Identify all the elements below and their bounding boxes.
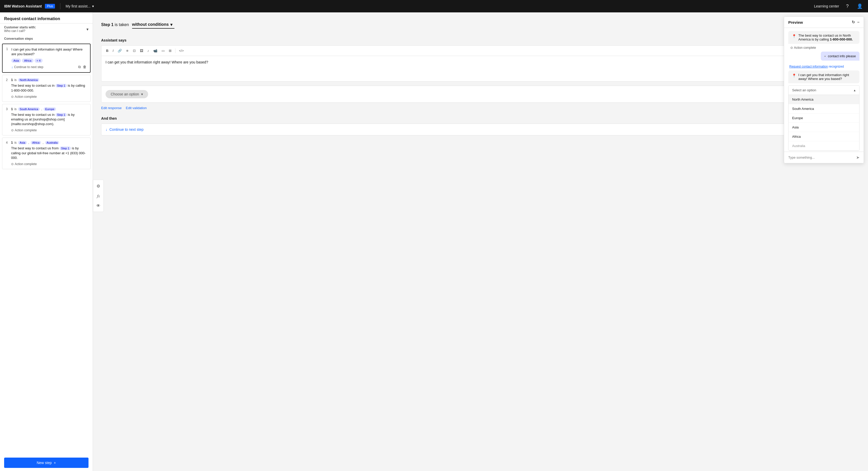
step-card-1[interactable]: 1 I can get you that information right a… [2,43,91,73]
response-section: Choose an option ▾ [101,86,860,103]
italic-button[interactable]: I [111,48,115,54]
sidebar: Request contact information Customer sta… [0,12,93,471]
type-something-area: ➤ [784,152,864,163]
recognized-link[interactable]: Request contact information [789,65,828,68]
toolbar-divider [175,49,176,53]
select-dropdown-container: Select an option ▴ North America South A… [788,85,860,151]
dropdown-option-south-america[interactable]: South America [788,104,859,114]
dropdown-option-australia[interactable]: Australia [788,142,859,151]
send-button[interactable]: ➤ [856,155,860,160]
assistant-title[interactable]: My first assist... ▾ [66,4,94,8]
step-card-content-2: The best way to contact us in Step 1 is … [11,83,87,93]
conversation-steps-label: Conversation steps [0,35,93,41]
user-message-text: contact info please [828,54,856,58]
editor-area[interactable]: I can get you that information right awa… [101,56,860,82]
fx-side-icon[interactable]: 𝑓𝑥 [95,192,102,200]
step-card-3[interactable]: 3 1 is South America , Europe The best w… [2,104,91,136]
edit-response-link[interactable]: Edit response [101,106,122,110]
check-circle-icon: ⊙ [11,95,14,98]
condition-badge-asia: Asia [18,141,27,145]
action-complete-preview: ⊙ Action complete [788,46,860,50]
top-navigation: IBM Watson Assistant Plus My first assis… [0,0,868,12]
list-button[interactable]: ⊞ [167,48,173,54]
side-icon-bar: ⚙ 𝑓𝑥 👁 [93,180,104,212]
condition-badge-south-america: South America [18,107,40,111]
condition-badge-europe: Europe [43,107,56,111]
step-card-tags-1: Asia Africa + 4 [11,59,87,63]
chevron-down-icon: ▾ [92,4,94,8]
dropdown-option-europe[interactable]: Europe [788,114,859,123]
choose-option-button[interactable]: Choose an option ▾ [105,90,148,98]
step-number-1: 1 [6,47,9,51]
settings-icon[interactable]: ⚙ [95,182,102,190]
tag-africa: Africa [22,59,33,63]
user-dot-icon: ● [825,55,826,58]
card-button[interactable]: ▭ [160,48,166,54]
step-card-content-1: I can get you that information right awa… [11,47,87,57]
preview-side-icon[interactable]: 👁 [95,202,102,210]
condition-badge-australia: Australia [45,141,59,145]
select-option-label: Select an option [792,88,816,92]
new-step-button[interactable]: New step + [4,458,89,468]
arrow-down-icon-and-then: ↓ [105,127,107,131]
code-button[interactable]: </> [178,48,186,54]
step-header: Step 1 is taken without conditions ▾ f(x… [101,19,860,31]
check-circle-icon-4: ⊙ [11,162,14,166]
chevron-down-icon-main: ▾ [170,22,173,27]
chevron-down-icon[interactable]: ▾ [87,27,89,32]
step-card-2[interactable]: 2 1 is North America The best way to con… [2,75,91,102]
main-layout: Request contact information Customer sta… [0,12,868,471]
user-icon[interactable]: 👤 [856,2,864,10]
audio-button[interactable]: ♪ [146,48,151,54]
learning-center-link[interactable]: Learning center [814,4,839,8]
preview-header: Preview ↻ − [784,17,864,28]
location-icon-2: 📍 [792,73,796,77]
chat-input[interactable] [788,156,856,159]
brand-name: IBM Watson Assistant [4,4,42,8]
help-icon[interactable]: ? [843,2,851,10]
and-then-row[interactable]: ↓ Continue to next step ▾ [101,124,860,135]
action-complete-2: ⊙ Action complete [11,95,87,98]
arrow-down-icon: ↓ [11,65,13,69]
plan-badge: Plus [45,4,55,8]
action-complete-3: ⊙ Action complete [11,128,87,132]
step-card-condition-3: 1 is South America , Europe [11,107,87,111]
preview-title: Preview [788,20,803,25]
plus-icon: + [54,461,56,465]
bold-button[interactable]: B [104,48,110,54]
select-option-header[interactable]: Select an option ▴ [788,86,859,95]
refresh-preview-icon[interactable]: ↻ [852,20,855,25]
dropdown-option-africa[interactable]: Africa [788,132,859,142]
step-card-condition-2: 1 is North America [11,78,87,82]
continue-next-step-label: Continue to next step [110,127,144,131]
quote-button[interactable]: ⧺ [124,48,130,54]
nav-right: Learning center ? 👤 [814,2,864,10]
response-footer: Edit response Edit validation ⧉ ⚙ ↺ 🗑 [101,106,860,110]
minimize-preview-icon[interactable]: − [857,20,860,25]
edit-validation-link[interactable]: Edit validation [126,106,147,110]
step-number-4: 4 [6,141,9,145]
step-card-condition-4: 1 is Asia , Africa , Australia [11,141,87,145]
preview-panel: Preview ↻ − 📍 The best way to contact us… [784,17,864,163]
second-message-text: I can get you that information right awa… [798,73,856,81]
dropdown-option-asia[interactable]: Asia [788,123,859,132]
step-card-4[interactable]: 4 1 is Asia , Africa , Australia The bes… [2,137,91,169]
recognized-text: Request contact information recognized [788,65,860,68]
step-label: Step 1 is taken [101,23,129,27]
image-button[interactable]: 🖼 [138,48,145,54]
step-card-content-3: The best way to contact us in Step 1 is … [11,113,87,127]
dropdown-options-list: North America South America Europe Asia [788,95,859,151]
continue-label-1: Continue to next step [14,65,43,69]
copy-icon[interactable]: ⧉ [78,65,81,69]
link-button[interactable]: 🔗 [116,48,123,54]
dropdown-option-north-america[interactable]: North America [788,95,859,104]
action-complete-4: ⊙ Action complete [11,162,87,166]
delete-icon[interactable]: 🗑 [83,65,87,69]
select-option-dropdown[interactable]: Select an option ▴ North America South A… [788,85,860,151]
step-card-footer-1: ↓ Continue to next step ⧉ 🗑 [11,65,87,69]
table-button[interactable]: ⊡ [131,48,137,54]
condition-dropdown[interactable]: without conditions ▾ [132,21,175,29]
video-button[interactable]: 📹 [152,48,159,54]
chat-bubble-1: 📍 The best way to contact us in North Am… [788,31,860,44]
sidebar-header: Request contact information [0,12,93,24]
